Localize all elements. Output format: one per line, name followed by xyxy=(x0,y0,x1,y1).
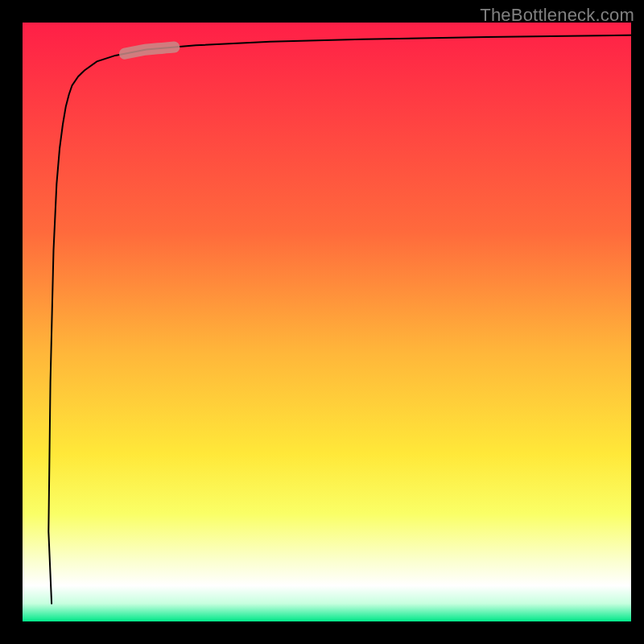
watermark-label: TheBottleneck.com xyxy=(480,5,634,26)
chart-container: TheBottleneck.com xyxy=(0,0,644,644)
curve-highlight-marker xyxy=(125,47,175,54)
bottleneck-curve-chart xyxy=(0,0,644,644)
heat-gradient-area xyxy=(23,23,642,621)
